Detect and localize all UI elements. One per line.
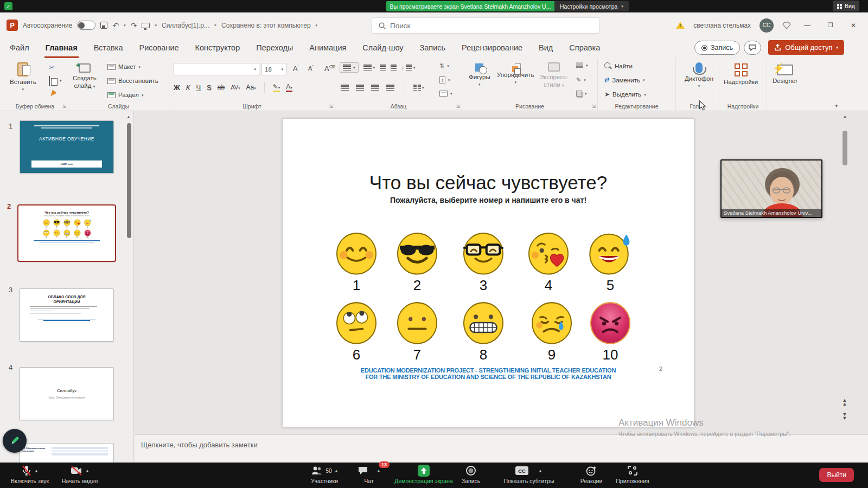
emoji-blushing-smile[interactable]: 1 [327,230,386,294]
tab-record[interactable]: Запись [419,40,447,58]
file-name[interactable]: Силлабус[1].p... [162,22,209,29]
tab-insert[interactable]: Вставка [93,40,124,58]
view-settings-dropdown[interactable]: Настройки просмотра▾ [554,1,629,11]
autosave-toggle[interactable] [77,21,95,30]
format-painter-icon[interactable] [48,89,56,98]
tab-file[interactable]: Файл [9,40,30,58]
editor-scrollbar-thumb[interactable] [843,131,847,165]
avatar[interactable]: СС [760,18,774,33]
justify-icon[interactable] [386,85,394,91]
tab-review[interactable]: Рецензирование [461,40,524,58]
minimize-button[interactable]: — [800,22,815,29]
cut-icon[interactable]: ✂ [49,63,55,72]
screen-share-button[interactable]: Демонстрация экрана [388,465,459,484]
quick-access-chevron[interactable]: ▾ [155,23,157,27]
align-left-icon[interactable] [341,85,349,91]
record-button[interactable]: Запись [694,41,740,55]
new-slide-button[interactable]: +Создатьслайд ▾ [73,63,97,90]
chat-chevron[interactable]: ▲ [376,468,381,473]
saved-status-chevron[interactable]: ▾ [316,23,318,27]
close-button[interactable]: ✕ [846,22,860,29]
shape-outline-button[interactable]: ✎▾ [576,76,586,84]
paragraph-dialog-launcher[interactable]: ⇲ [456,104,460,109]
shapes-button[interactable]: Фигуры▾ [469,63,490,86]
chat-button[interactable]: 13▲ Чат [354,465,384,484]
tab-slideshow[interactable]: Слайд-шоу [361,40,404,58]
record-meeting-button[interactable]: Запись [456,465,486,484]
emoji-kiss-heart[interactable]: 4 [519,230,578,294]
zoom-view-button[interactable]: Вид [833,1,859,11]
slide-title[interactable]: Что вы сейчас чувствуете? [283,172,694,194]
share-button[interactable]: Общий доступ▾ [768,40,844,55]
section-button[interactable]: Раздел▾ [107,92,144,98]
collapse-ribbon-chevron[interactable]: ▾ [835,103,838,108]
slide-subtitle[interactable]: Пожалуйста, выберите номер и напишите ег… [283,196,694,204]
thumbnail-slide-5[interactable]: 1.1 Образовательная программа [20,443,114,464]
emoji-neutral-face[interactable]: 7 [387,299,447,363]
arrange-button[interactable]: Упорядочить▾ [497,63,534,84]
emoji-grimace[interactable]: 8 [454,299,513,363]
emoji-cool-sunglasses[interactable]: 2 [387,230,447,294]
line-spacing-button[interactable]: ↕▾ [401,65,416,70]
reset-button[interactable]: Восстановить [107,78,158,84]
tab-transitions[interactable]: Переходы [255,40,294,58]
find-button[interactable]: Найти [604,62,633,70]
leave-meeting-button[interactable]: Выйти [819,468,854,482]
thumbnail-slide-4[interactable]: Силлабус Курс: Сенсорная интеграция [20,367,114,420]
tab-view[interactable]: Вид [538,40,554,58]
font-color-button[interactable]: А▾ [286,83,292,92]
start-video-button[interactable]: ▲ Начать видео [56,465,103,484]
tab-help[interactable]: Справка [568,40,601,58]
bold-button[interactable]: Ж [174,84,180,92]
webcam-overlay[interactable]: Svetlana Stelmakh Amanzholov Univ... [720,159,822,218]
italic-button[interactable]: К [186,84,190,92]
quick-styles-button[interactable]: Экспресс-стили ▾ [539,62,569,89]
tab-draw[interactable]: Рисование [138,40,180,58]
shrink-font-button[interactable]: Aˇ [306,65,316,72]
addins-button[interactable]: Надстройки [724,63,758,86]
tab-home[interactable]: Главная [44,40,79,58]
clipboard-dialog-launcher[interactable]: ⇲ [62,104,66,109]
saved-status[interactable]: Сохранено в: этот компьютер [221,22,311,29]
grow-font-button[interactable]: Aˆ [291,65,301,73]
restore-button[interactable]: ❐ [824,22,838,29]
editor-scroll-up-arrow[interactable]: ▲ [843,114,847,119]
decrease-indent-icon[interactable] [380,65,386,70]
thumbnail-slide-3[interactable]: ОБЛАКО СЛОВ ДЛЯ ОРИЕНТАЦИИ [20,288,114,342]
tab-design[interactable]: Конструктор [194,40,241,58]
smartart-button[interactable]: ▾ [439,91,452,97]
captions-chevron[interactable]: ▲ [538,468,542,473]
powerpoint-logo[interactable]: P [7,20,18,31]
thumbnail-slide-1[interactable]: АКТИВНОЕ ОБУЧЕНИЕ HAMK jamk [20,120,114,174]
strikethrough-button[interactable]: ab [218,84,225,91]
emoji-eye-roll[interactable]: 6 [327,299,386,363]
select-button[interactable]: ➤Выделить▾ [604,91,646,98]
char-spacing-button[interactable]: AV▾ [231,84,240,91]
search-box[interactable]: Поиск [372,17,599,34]
redo-icon[interactable]: ↷ [131,21,137,30]
panel-scroll-up-arrow[interactable]: ▲ [126,114,131,119]
tab-animations[interactable]: Анимация [308,40,347,58]
bullets-button[interactable]: ▾ [340,62,359,73]
previous-slide-button[interactable]: ▲▲ [840,399,849,406]
next-slide-button[interactable]: ▼▼ [840,413,849,420]
undo-icon[interactable]: ↶ [112,21,119,30]
font-size-combo[interactable]: 18▾ [261,63,286,75]
emoji-angry-red[interactable]: 10 [580,299,640,363]
columns-button[interactable]: ▾ [413,85,424,91]
align-text-button[interactable]: ↕▾ [439,76,450,84]
annotation-pencil-button[interactable] [3,429,27,453]
shape-effects-button[interactable]: ▾ [576,91,587,97]
align-right-icon[interactable] [371,85,379,91]
increase-indent-icon[interactable] [391,65,397,70]
video-options-chevron[interactable]: ▲ [85,468,90,473]
apps-button[interactable]: Приложения [611,465,654,484]
text-direction-button[interactable]: ⇅▾ [439,62,449,69]
slide-footer-line2[interactable]: FOR THE MINISTRY OF EDUCATION AND SCIENC… [283,374,694,380]
drawing-dialog-launcher[interactable]: ⇲ [591,104,596,109]
text-shadow-button[interactable]: S [207,84,212,92]
warning-icon[interactable] [676,22,685,29]
slide-footer-line1[interactable]: EDUCATION MODERNIZATION PROJECT - STRENG… [283,367,694,374]
paste-button[interactable]: Вставить▾ [10,62,36,91]
copy-chevron[interactable]: ▾ [60,79,62,82]
